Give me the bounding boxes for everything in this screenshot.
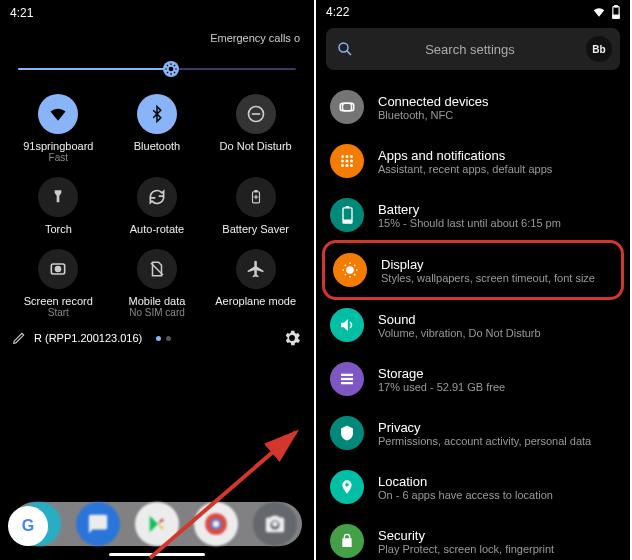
svg-rect-50: [341, 374, 353, 376]
svg-rect-39: [345, 206, 349, 208]
svg-rect-24: [613, 15, 619, 18]
svg-line-8: [174, 65, 175, 66]
setting-desc: 17% used - 52.91 GB free: [378, 381, 505, 393]
battery-icon: [330, 198, 364, 232]
wifi-icon: [38, 94, 78, 134]
avatar[interactable]: Bb: [586, 36, 612, 62]
setting-texts: Location On - 6 apps have access to loca…: [378, 474, 553, 501]
page-dot: [156, 336, 161, 341]
setting-title: Privacy: [378, 420, 591, 435]
brightness-slider[interactable]: [0, 50, 314, 82]
setting-title: Display: [381, 257, 595, 272]
search-icon: [336, 40, 354, 58]
search-settings[interactable]: Search settings Bb: [326, 28, 620, 70]
dock-messages-icon[interactable]: [76, 502, 120, 546]
svg-rect-23: [615, 5, 617, 7]
storage-icon: [330, 362, 364, 396]
svg-point-32: [341, 160, 344, 163]
setting-item-sound[interactable]: Sound Volume, vibration, Do Not Disturb: [316, 298, 630, 352]
footer-row: R (RPP1.200123.016): [0, 320, 314, 354]
airplane-icon: [236, 249, 276, 289]
svg-point-36: [346, 164, 349, 167]
setting-item-location[interactable]: Location On - 6 apps have access to loca…: [316, 460, 630, 514]
tile-sublabel: Start: [48, 307, 69, 318]
status-time: 4:22: [326, 5, 349, 19]
status-bar-left: 4:21: [0, 0, 314, 26]
settings-panel: 4:22 Search settings Bb Connected device…: [316, 0, 630, 560]
tile-sublabel: Fast: [49, 152, 68, 163]
qs-tile-record[interactable]: Screen record Start: [12, 243, 105, 320]
setting-desc: Bluetooth, NFC: [378, 109, 489, 121]
grid-icon: [330, 144, 364, 178]
qs-tile-batterysaver[interactable]: Battery Saver: [209, 171, 302, 237]
sound-icon: [330, 308, 364, 342]
edit-icon[interactable]: [12, 331, 26, 345]
qs-tile-bluetooth[interactable]: Bluetooth: [111, 88, 204, 165]
nosim-icon: [137, 249, 177, 289]
page-dot: [166, 336, 171, 341]
setting-title: Battery: [378, 202, 561, 217]
qs-tile-airplane[interactable]: Aeroplane mode: [209, 243, 302, 320]
setting-desc: Volume, vibration, Do Not Disturb: [378, 327, 541, 339]
svg-point-35: [341, 164, 344, 167]
google-g-icon[interactable]: G: [8, 506, 48, 546]
setting-title: Location: [378, 474, 553, 489]
setting-texts: Connected devices Bluetooth, NFC: [378, 94, 489, 121]
svg-line-49: [354, 265, 355, 266]
gear-icon[interactable]: [282, 328, 302, 348]
svg-line-7: [167, 72, 168, 73]
setting-desc: 15% - Should last until about 6:15 pm: [378, 217, 561, 229]
svg-point-37: [350, 164, 353, 167]
qs-tile-nosim[interactable]: Mobile data No SIM card: [111, 243, 204, 320]
svg-point-25: [339, 43, 348, 52]
tile-sublabel: No SIM card: [129, 307, 185, 318]
setting-texts: Battery 15% - Should last until about 6:…: [378, 202, 561, 229]
setting-desc: Styles, wallpapers, screen timeout, font…: [381, 272, 595, 284]
svg-rect-28: [343, 103, 352, 111]
emergency-calls-label: Emergency calls o: [0, 26, 314, 50]
qs-tile-wifi[interactable]: 91springboard Fast: [12, 88, 105, 165]
setting-item-grid[interactable]: Apps and notifications Assistant, recent…: [316, 134, 630, 188]
brightness-fill: [18, 68, 171, 70]
setting-title: Storage: [378, 366, 505, 381]
svg-line-46: [345, 265, 346, 266]
annotation-arrow: [150, 428, 310, 560]
qs-tile-dnd[interactable]: Do Not Disturb: [209, 88, 302, 165]
tile-label: Bluetooth: [134, 140, 180, 152]
qs-tile-torch[interactable]: Torch: [12, 171, 105, 237]
qs-tile-rotate[interactable]: Auto-rotate: [111, 171, 204, 237]
svg-point-33: [346, 160, 349, 163]
svg-point-30: [346, 155, 349, 158]
record-icon: [38, 249, 78, 289]
brightness-thumb-icon[interactable]: [163, 61, 179, 77]
wifi-status-icon: [592, 5, 606, 19]
search-placeholder: Search settings: [354, 42, 586, 57]
svg-line-21: [150, 432, 296, 558]
bluetooth-icon: [137, 94, 177, 134]
quick-settings-grid: 91springboard Fast Bluetooth Do Not Dist…: [0, 82, 314, 320]
setting-desc: Assistant, recent apps, default apps: [378, 163, 552, 175]
svg-point-41: [346, 266, 354, 274]
svg-point-16: [56, 267, 61, 272]
tile-label: Do Not Disturb: [220, 140, 292, 152]
setting-item-link[interactable]: Connected devices Bluetooth, NFC: [316, 80, 630, 134]
setting-item-privacy[interactable]: Privacy Permissions, account activity, p…: [316, 406, 630, 460]
setting-texts: Apps and notifications Assistant, recent…: [378, 148, 552, 175]
setting-title: Apps and notifications: [378, 148, 552, 163]
tile-label: 91springboard: [23, 140, 93, 152]
setting-texts: Storage 17% used - 52.91 GB free: [378, 366, 505, 393]
display-icon: [333, 253, 367, 287]
setting-item-battery[interactable]: Battery 15% - Should last until about 6:…: [316, 188, 630, 242]
svg-point-0: [169, 67, 174, 72]
setting-item-security[interactable]: Security Play Protect, screen lock, fing…: [316, 514, 630, 560]
setting-item-storage[interactable]: Storage 17% used - 52.91 GB free: [316, 352, 630, 406]
setting-desc: Permissions, account activity, personal …: [378, 435, 591, 447]
svg-rect-12: [254, 191, 256, 192]
setting-item-display[interactable]: Display Styles, wallpapers, screen timeo…: [322, 240, 624, 300]
dnd-icon: [236, 94, 276, 134]
link-icon: [330, 90, 364, 124]
svg-line-5: [167, 65, 168, 66]
setting-title: Security: [378, 528, 554, 543]
svg-rect-40: [343, 220, 352, 224]
svg-point-29: [341, 155, 344, 158]
